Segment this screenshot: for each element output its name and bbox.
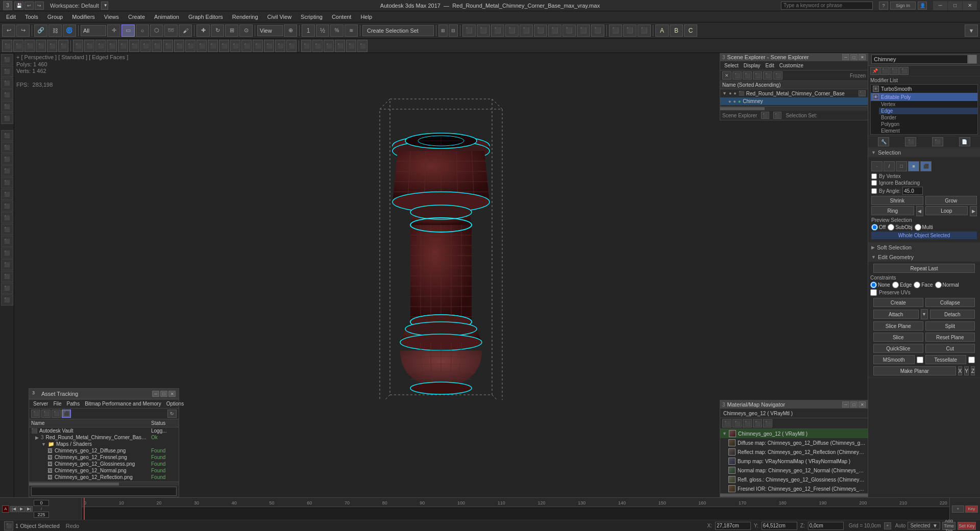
left-icon-4[interactable]: ⬛ (1, 165, 13, 176)
left-icon-9[interactable]: ⬛ (1, 224, 13, 235)
tb2-10[interactable]: ⬛ (107, 40, 117, 52)
percent[interactable]: % (330, 24, 344, 37)
tb2-17[interactable]: ⬛ (185, 40, 195, 52)
left-icon-14[interactable]: ⬛ (1, 283, 13, 294)
tb2-26[interactable]: ⬛ (286, 40, 297, 52)
object-name-input[interactable] (871, 55, 968, 64)
msmooth-btn[interactable]: MSmooth (873, 355, 915, 364)
playhead[interactable] (84, 498, 85, 520)
ignore-backfacing-check[interactable] (871, 180, 877, 186)
align3-btn[interactable]: ⬛ (520, 24, 533, 37)
se-menu-customize[interactable]: Customize (777, 62, 805, 69)
left-icon-13[interactable]: ⬛ (1, 271, 13, 282)
menu-scripting[interactable]: Scripting (297, 13, 327, 21)
asset-row-diffuse[interactable]: 🖼 Chimneys_geo_12_Diffuse.png Found (29, 447, 179, 454)
minimize-button[interactable]: ─ (933, 1, 947, 10)
repeat-last-btn[interactable]: Repeat Last (873, 264, 975, 273)
asset-menu-bitmap[interactable]: Bitmap Performance and Memory (83, 400, 163, 407)
create-selection-input[interactable] (362, 25, 434, 36)
align5-btn[interactable]: ⬛ (548, 24, 561, 37)
preview-subobj-radio[interactable] (888, 224, 894, 231)
constraint-face[interactable] (914, 282, 920, 288)
asset-row-vault[interactable]: ⬛ Autodesk Vault Logg... (29, 427, 179, 434)
current-frame[interactable] (34, 500, 49, 506)
x-axis-btn[interactable]: X (958, 366, 963, 375)
display-icon[interactable]: ⬛ (1, 101, 13, 112)
se-footer-btn[interactable]: ⬛ (761, 112, 769, 119)
msmooth-check[interactable] (917, 357, 923, 363)
selected-dropdown[interactable]: Selected ▼ (908, 522, 940, 529)
asset-row-fresnel[interactable]: 🖼 Chimneys_geo_12_Fresnel.png Found (29, 454, 179, 461)
vertex-mode-btn[interactable]: · (871, 161, 883, 171)
poly-mode-btn[interactable]: ■ (908, 161, 919, 171)
left-icon-5[interactable]: ⬛ (1, 177, 13, 188)
asset-menu-server[interactable]: Server (31, 400, 50, 407)
redo-button[interactable]: ↪ (16, 24, 30, 37)
by-angle-input[interactable] (902, 187, 923, 195)
asset-path-input[interactable] (31, 487, 177, 496)
motion-icon[interactable]: ⬛ (1, 89, 13, 100)
select-link[interactable]: 🔗 (34, 24, 47, 37)
constraint-none[interactable] (870, 282, 877, 288)
tb2-16[interactable]: ⬛ (174, 40, 184, 52)
attach-btn[interactable]: Attach (873, 310, 919, 319)
mat-row-0[interactable]: ▼ Chimneys_geo_12 ( VRayMtl ) (720, 429, 868, 438)
turbosmooth-eye-icon[interactable]: 👁 (873, 86, 879, 92)
slice-plane-btn[interactable]: Slice Plane (873, 321, 923, 331)
se-btn5[interactable]: ⬛ (763, 71, 772, 80)
tb2-25[interactable]: ⬛ (275, 40, 285, 52)
at-btn4[interactable]: ⬛ (62, 410, 71, 418)
tb2-4[interactable]: ⬛ (36, 40, 46, 52)
mat-row-3[interactable]: Bump map: VRayNormalMap ( VRayNormalMap … (720, 457, 868, 466)
mod-action-1[interactable]: 🔧 (878, 137, 889, 146)
menu-graph-editors[interactable]: Graph Editors (184, 13, 227, 21)
left-icon-3[interactable]: ⬛ (1, 154, 13, 165)
spinners[interactable]: ≋ (345, 24, 358, 37)
render-setup[interactable]: A (655, 24, 669, 37)
placement-tool[interactable]: ⊙ (239, 24, 253, 37)
quick-access-redo[interactable]: ↪ (35, 2, 44, 10)
align7-btn[interactable]: ⬛ (577, 24, 590, 37)
se-menu-select[interactable]: Select (722, 62, 741, 69)
select-rotate[interactable]: ↻ (211, 24, 224, 37)
quick-access-save[interactable]: 💾 (14, 2, 23, 10)
menu-tools[interactable]: Tools (21, 13, 42, 21)
y-axis-btn[interactable]: Y (964, 366, 969, 375)
tb2-14[interactable]: ⬛ (152, 40, 162, 52)
mat-tb4[interactable]: ⬛ (753, 419, 762, 427)
element-mode-btn[interactable]: ⬛ (920, 161, 932, 171)
loop-btn[interactable]: Loop (925, 206, 968, 215)
left-icon-10[interactable]: ⬛ (1, 236, 13, 247)
shrink-btn[interactable]: Shrink (871, 196, 923, 205)
asset-row-normal[interactable]: 🖼 Chimneys_geo_12_Normal.png Found (29, 467, 179, 474)
create-btn[interactable]: Create (873, 298, 923, 307)
menu-group[interactable]: Group (43, 13, 67, 21)
add-time-tag-status[interactable]: Add Time Tag (942, 522, 955, 530)
asset-row-reflect[interactable]: 🖼 Chimneys_geo_12_Reflection.png Found (29, 474, 179, 481)
x-coord-input[interactable] (715, 522, 751, 530)
select-scale[interactable]: ⊞ (225, 24, 238, 37)
align-btn[interactable]: ⬛ (491, 24, 504, 37)
play-btn[interactable]: ▶ (18, 506, 25, 512)
prev-frame[interactable]: |◀ (10, 506, 17, 512)
make-planar-btn[interactable]: Make Planar (873, 366, 956, 375)
hierarchy-icon[interactable]: ⬛ (1, 78, 13, 89)
reference-coord-dropdown[interactable]: View (257, 25, 283, 36)
at-btn2[interactable]: ⬛ (41, 410, 51, 418)
tb2-8[interactable]: ⬛ (84, 40, 94, 52)
tb2-24[interactable]: ⬛ (264, 40, 274, 52)
mod-action-2[interactable]: ⬛ (905, 137, 916, 146)
layers-btn[interactable]: ⬛ (609, 24, 622, 37)
asset-scrollbar-h[interactable] (29, 482, 179, 486)
num-2[interactable]: ½ (316, 24, 329, 37)
maximize-button[interactable]: □ (948, 1, 962, 10)
utilities-icon[interactable]: ⬛ (1, 113, 13, 124)
community-icon[interactable]: 👤 (918, 2, 927, 10)
mod-action-3[interactable]: ⬛ (932, 137, 943, 146)
tb2-32[interactable]: ⬛ (357, 40, 368, 52)
attach-list-btn[interactable]: ▼ (921, 309, 928, 319)
left-icon-1[interactable]: ⬛ (1, 130, 13, 141)
menu-content[interactable]: Content (328, 13, 356, 21)
reset-plane-btn[interactable]: Reset Plane (925, 333, 975, 342)
selection-filter-dropdown[interactable]: All (81, 25, 106, 36)
